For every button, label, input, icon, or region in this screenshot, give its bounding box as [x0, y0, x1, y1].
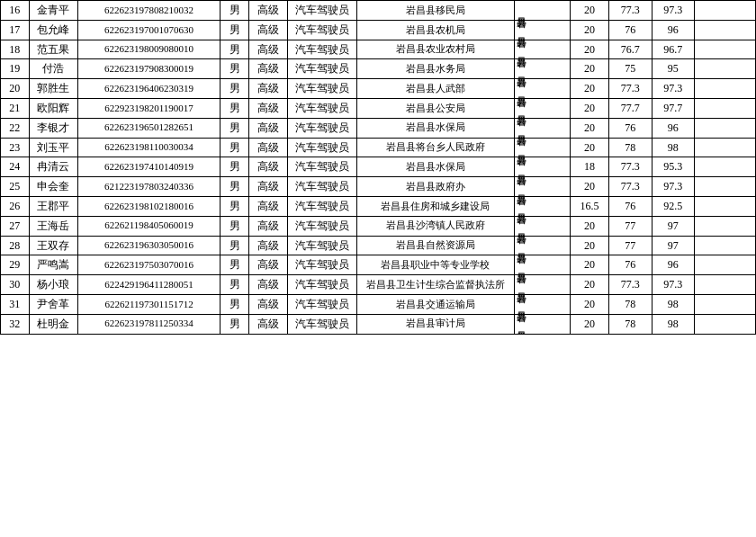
cell-num: 29: [1, 255, 30, 275]
cell-score1: 20: [571, 59, 609, 79]
cell-remark: [695, 177, 756, 197]
table-row: 22 李银才 622623196501282651 男 高级 汽车驾驶员 岩昌县…: [1, 118, 756, 138]
cell-level: 高级: [248, 20, 287, 40]
cell-remark: [695, 314, 756, 334]
cell-num: 21: [1, 98, 30, 118]
cell-score3: 95: [652, 59, 694, 79]
cell-score3: 97.7: [652, 98, 694, 118]
cell-cert: 岩昌县: [514, 59, 570, 79]
cell-num: 25: [1, 177, 30, 197]
cell-score1: 20: [571, 255, 609, 275]
cell-score2: 77.3: [609, 79, 652, 99]
cell-num: 18: [1, 40, 30, 59]
cell-remark: [695, 255, 756, 275]
cell-gender: 男: [220, 216, 249, 236]
cell-unit: 岩昌县政府办: [356, 177, 514, 197]
cell-id: 622623197908300019: [77, 59, 220, 79]
cell-num: 20: [1, 79, 30, 99]
cell-remark: [695, 236, 756, 255]
cell-level: 高级: [248, 236, 287, 255]
cell-unit: 岩昌县住房和城乡建设局: [356, 196, 514, 216]
table-row: 27 王海岳 622621198405060019 男 高级 汽车驾驶员 岩昌县…: [1, 216, 756, 236]
cell-type: 汽车驾驶员: [287, 196, 356, 216]
table-row: 16 金青平 622623197808210032 男 高级 汽车驾驶员 岩昌县…: [1, 1, 756, 21]
cell-num: 31: [1, 294, 30, 314]
cell-score1: 20: [571, 1, 609, 21]
cell-num: 23: [1, 138, 30, 157]
cell-gender: 男: [220, 1, 249, 21]
cell-score2: 78: [609, 138, 652, 157]
data-table: 16 金青平 622623197808210032 男 高级 汽车驾驶员 岩昌县…: [0, 0, 756, 335]
cell-score3: 96: [652, 255, 694, 275]
cell-score3: 92.5: [652, 196, 694, 216]
cell-unit: 岩昌县水保局: [356, 118, 514, 138]
cell-score2: 77: [609, 216, 652, 236]
cell-level: 高级: [248, 40, 287, 59]
cell-cert: 岩昌县: [514, 177, 570, 197]
cell-num: 24: [1, 157, 30, 177]
cell-type: 汽车驾驶员: [287, 40, 356, 59]
cell-num: 17: [1, 20, 30, 40]
cell-remark: [695, 59, 756, 79]
cell-name: 杜明金: [29, 314, 77, 334]
cell-remark: [695, 157, 756, 177]
cell-id: 622623198009080010: [77, 40, 220, 59]
cell-name: 付浩: [29, 59, 77, 79]
table-row: 25 申会奎 621223197803240336 男 高级 汽车驾驶员 岩昌县…: [1, 177, 756, 197]
cell-score1: 20: [571, 275, 609, 295]
cell-gender: 男: [220, 177, 249, 197]
cell-level: 高级: [248, 157, 287, 177]
cell-unit: 岩昌县农业农村局: [356, 40, 514, 59]
cell-score3: 96: [652, 20, 694, 40]
cell-cert: 岩昌县: [514, 236, 570, 255]
cell-score3: 97.3: [652, 177, 694, 197]
cell-level: 高级: [248, 79, 287, 99]
cell-score3: 97: [652, 236, 694, 255]
table-row: 29 严鸣嵩 622623197503070016 男 高级 汽车驾驶员 岩昌县…: [1, 255, 756, 275]
cell-score1: 20: [571, 177, 609, 197]
cell-unit: 岩昌县农机局: [356, 20, 514, 40]
cell-name: 尹舍革: [29, 294, 77, 314]
cell-remark: [695, 216, 756, 236]
cell-score2: 78: [609, 294, 652, 314]
cell-score2: 76: [609, 255, 652, 275]
cell-unit: 岩昌县自然资源局: [356, 236, 514, 255]
cell-id: 622623197410140919: [77, 157, 220, 177]
cell-gender: 男: [220, 98, 249, 118]
cell-cert: 岩昌县: [514, 20, 570, 40]
cell-unit: 岩昌县职业中等专业学校: [356, 255, 514, 275]
cell-name: 金青平: [29, 1, 77, 21]
cell-score3: 97: [652, 216, 694, 236]
cell-level: 高级: [248, 118, 287, 138]
cell-name: 包允峰: [29, 20, 77, 40]
cell-name: 欧阳辉: [29, 98, 77, 118]
cell-type: 汽车驾驶员: [287, 255, 356, 275]
cell-name: 申会奎: [29, 177, 77, 197]
cell-name: 范五果: [29, 40, 77, 59]
cell-score1: 20: [571, 98, 609, 118]
cell-score3: 95.3: [652, 157, 694, 177]
cell-level: 高级: [248, 138, 287, 157]
cell-remark: [695, 138, 756, 157]
cell-type: 汽车驾驶员: [287, 118, 356, 138]
cell-score3: 96: [652, 118, 694, 138]
cell-type: 汽车驾驶员: [287, 275, 356, 295]
cell-name: 王海岳: [29, 216, 77, 236]
cell-score2: 76.7: [609, 40, 652, 59]
cell-score2: 78: [609, 314, 652, 334]
cell-score2: 77: [609, 236, 652, 255]
cell-num: 30: [1, 275, 30, 295]
table-row: 20 郭胜生 622623196406230319 男 高级 汽车驾驶员 岩昌县…: [1, 79, 756, 99]
cell-cert: 岩昌县: [514, 118, 570, 138]
cell-id: 622623196501282651: [77, 118, 220, 138]
cell-id: 622623197001070630: [77, 20, 220, 40]
cell-unit: 岩昌县水保局: [356, 157, 514, 177]
cell-level: 高级: [248, 196, 287, 216]
cell-gender: 男: [220, 255, 249, 275]
table-row: 19 付浩 622623197908300019 男 高级 汽车驾驶员 岩昌县水…: [1, 59, 756, 79]
cell-score2: 76: [609, 20, 652, 40]
cell-num: 26: [1, 196, 30, 216]
cell-name: 杨小琅: [29, 275, 77, 295]
cell-level: 高级: [248, 1, 287, 21]
cell-id: 622623197811250334: [77, 314, 220, 334]
